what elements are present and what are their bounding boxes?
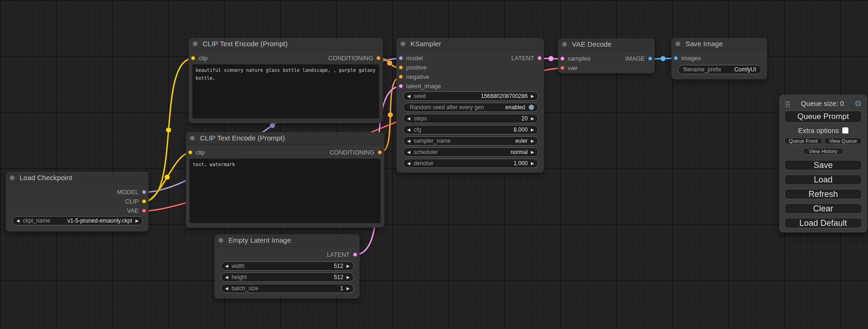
input-label-latent_image: latent_image	[406, 82, 441, 91]
input-slot-vae-icon[interactable]	[560, 66, 565, 70]
input-slot-negative-icon[interactable]	[399, 75, 403, 79]
clip-encode-positive-output-CONDITIONING: CONDITIONING	[189, 54, 383, 63]
vae-decode[interactable]: VAE DecodesamplesvaeIMAGE	[558, 38, 655, 73]
output-slot-CLIP-icon[interactable]	[142, 199, 146, 203]
collapse-dot-icon[interactable]	[193, 42, 198, 46]
widget-value: 1	[340, 285, 343, 292]
decrement-arrow-icon[interactable]: ◀	[225, 264, 228, 268]
input-slot-images-icon[interactable]	[674, 56, 678, 60]
queue-size-label: Queue size: 0	[790, 99, 854, 107]
increment-arrow-icon[interactable]: ▶	[531, 139, 534, 143]
ksampler-widget-cfg[interactable]: ◀cfg8.000▶	[403, 125, 538, 134]
node-title-label: CLIP Text Encode (Prompt)	[203, 40, 288, 48]
output-slot-CONDITIONING-icon[interactable]	[378, 150, 382, 154]
ksampler-widget-random-seed-after-every-gen[interactable]: Random seed after every genenabled	[403, 103, 538, 112]
output-slot-VAE-icon[interactable]	[142, 209, 146, 213]
node-title-label: CLIP Text Encode (Prompt)	[200, 134, 285, 142]
increment-arrow-icon[interactable]: ▶	[531, 128, 534, 132]
increment-arrow-icon[interactable]: ▶	[346, 275, 350, 280]
load-checkpoint-widget-ckpt_name[interactable]: ◀ckpt_namev1-5-pruned-emaonly.ckpt▶	[12, 216, 143, 225]
decrement-arrow-icon[interactable]: ◀	[225, 275, 228, 280]
save-image[interactable]: Save Imageimagesfilename_prefixComfyUI	[671, 38, 767, 79]
clip-encode-positive-title: CLIP Text Encode (Prompt)	[189, 38, 383, 50]
widget-label: batch_size	[232, 285, 340, 292]
ksampler-widget-scheduler[interactable]: ◀schedulernormal▶	[403, 147, 538, 157]
input-slot-latent_image-icon[interactable]	[399, 84, 403, 88]
view-history-button[interactable]: View History	[803, 148, 843, 154]
decrement-arrow-icon[interactable]: ◀	[407, 128, 410, 132]
widget-value: 20	[522, 115, 528, 122]
ksampler-widget-sampler_name[interactable]: ◀sampler_nameeuler▶	[403, 136, 538, 146]
output-slot-CONDITIONING-icon[interactable]	[376, 56, 381, 60]
node-graph-canvas[interactable]: Load CheckpointMODELCLIPVAE◀ckpt_namev1-…	[0, 0, 868, 329]
increment-arrow-icon[interactable]: ▶	[346, 264, 350, 268]
decrement-arrow-icon[interactable]: ◀	[225, 287, 228, 291]
decrement-arrow-icon[interactable]: ◀	[407, 117, 410, 121]
empty-latent-image-output-LATENT: LATENT	[214, 250, 360, 259]
increment-arrow-icon[interactable]: ▶	[531, 150, 534, 154]
input-slot-positive-icon[interactable]	[399, 65, 403, 70]
collapse-dot-icon[interactable]	[562, 42, 567, 47]
widget-value: 1.000	[514, 160, 528, 167]
vae-decode-output-IMAGE: IMAGE	[558, 54, 655, 63]
increment-arrow-icon[interactable]: ▶	[531, 161, 534, 166]
ksampler-widget-steps[interactable]: ◀steps20▶	[403, 114, 538, 123]
output-label-VAE: VAE	[127, 206, 139, 216]
decrement-arrow-icon[interactable]: ◀	[16, 219, 20, 223]
refresh-button[interactable]: Refresh	[784, 189, 862, 199]
load-default-button[interactable]: Load Default	[784, 218, 862, 228]
drag-handle-icon[interactable]	[785, 100, 790, 107]
widget-label: cfg	[414, 126, 514, 133]
ksampler-title: KSampler	[396, 38, 544, 50]
queue-panel-header: Queue size: 0 ⚙	[784, 99, 862, 108]
empty-latent-image-widget-height[interactable]: ◀height512▶	[221, 273, 354, 282]
widget-label: scheduler	[414, 149, 510, 155]
decrement-arrow-icon[interactable]: ◀	[407, 150, 410, 154]
collapse-dot-icon[interactable]	[10, 175, 14, 180]
vae-decode-input-vae: vae	[558, 63, 655, 73]
increment-arrow-icon[interactable]: ▶	[346, 287, 350, 291]
clip-encode-positive[interactable]: CLIP Text Encode (Prompt)clipCONDITIONIN…	[189, 38, 383, 123]
load-checkpoint[interactable]: Load CheckpointMODELCLIPVAE◀ckpt_namev1-…	[6, 172, 148, 231]
empty-latent-image[interactable]: Empty Latent ImageLATENT◀width512▶◀heigh…	[214, 234, 360, 299]
ksampler[interactable]: KSamplermodelpositivenegativelatent_imag…	[396, 38, 544, 173]
ksampler-widget-seed[interactable]: ◀seed156680208700286▶	[403, 91, 538, 101]
empty-latent-image-widget-batch_size[interactable]: ◀batch_size1▶	[221, 284, 354, 293]
queue-front-button[interactable]: Queue Front	[784, 138, 822, 144]
queue-prompt-button[interactable]: Queue Prompt	[784, 111, 862, 123]
increment-arrow-icon[interactable]: ▶	[135, 219, 139, 223]
widget-value: 512	[334, 263, 343, 269]
clear-button[interactable]: Clear	[784, 203, 862, 214]
collapse-dot-icon[interactable]	[401, 42, 405, 46]
output-slot-LATENT-icon[interactable]	[537, 56, 542, 60]
collapse-dot-icon[interactable]	[190, 136, 195, 140]
decrement-arrow-icon[interactable]: ◀	[407, 139, 410, 143]
output-label-MODEL: MODEL	[117, 188, 139, 197]
collapse-dot-icon[interactable]	[219, 238, 223, 243]
widget-value: 512	[334, 274, 343, 280]
increment-arrow-icon[interactable]: ▶	[531, 117, 534, 121]
decrement-arrow-icon[interactable]: ◀	[407, 161, 410, 166]
empty-latent-image-widget-width[interactable]: ◀width512▶	[221, 261, 354, 271]
clip-encode-positive-prompt-text[interactable]: beautiful scenery nature glass bottle la…	[192, 64, 379, 119]
clip-encode-negative[interactable]: CLIP Text Encode (Prompt)clipCONDITIONIN…	[186, 132, 384, 228]
decrement-arrow-icon[interactable]: ◀	[407, 94, 410, 98]
load-checkpoint-output-MODEL: MODEL	[6, 188, 148, 197]
save-image-widget-filename_prefix[interactable]: filename_prefixComfyUI	[678, 65, 762, 74]
toggle-dot-icon[interactable]	[529, 105, 534, 110]
increment-arrow-icon[interactable]: ▶	[531, 94, 534, 98]
widget-label: seed	[414, 93, 481, 99]
output-slot-LATENT-icon[interactable]	[353, 252, 357, 257]
output-slot-MODEL-icon[interactable]	[142, 190, 146, 194]
load-button[interactable]: Load	[784, 175, 862, 185]
clip-encode-negative-prompt-text[interactable]: text, watermark	[190, 159, 381, 223]
save-button[interactable]: Save	[784, 160, 862, 170]
settings-gear-icon[interactable]: ⚙	[854, 99, 862, 108]
collapse-dot-icon[interactable]	[676, 42, 680, 46]
extra-options-checkbox[interactable]	[842, 127, 848, 133]
node-title-label: Save Image	[685, 40, 723, 48]
view-queue-button[interactable]: View Queue	[824, 138, 862, 144]
load-checkpoint-output-VAE: VAE	[6, 206, 148, 216]
output-slot-IMAGE-icon[interactable]	[648, 56, 652, 61]
ksampler-widget-denoise[interactable]: ◀denoise1.000▶	[403, 159, 538, 168]
